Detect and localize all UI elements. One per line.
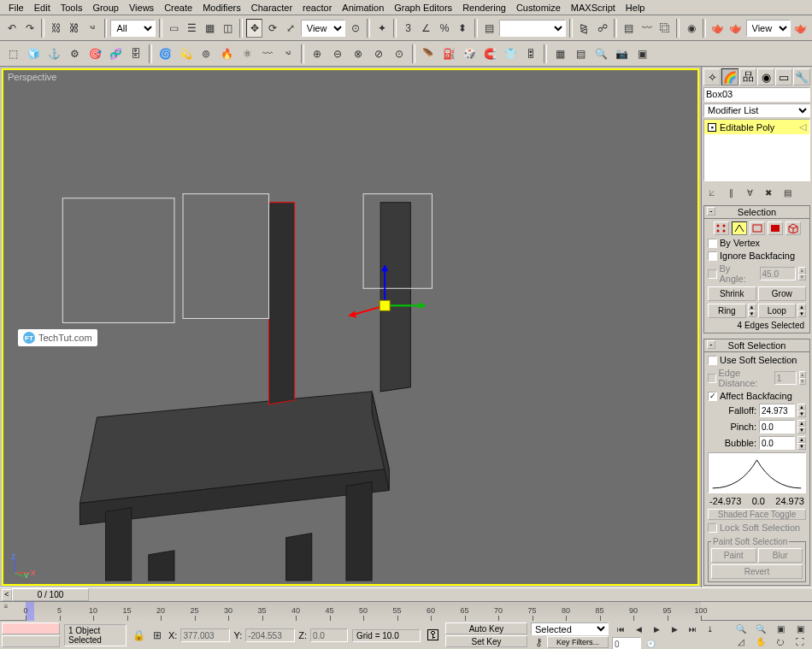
align-button[interactable]: ☍ (594, 19, 610, 38)
reactor-btn-32[interactable]: 📷 (612, 44, 631, 63)
menu-create[interactable]: Create (159, 2, 197, 14)
named-selection-button[interactable]: ▤ (481, 19, 497, 38)
quick-render-button[interactable]: 🫖 (727, 19, 744, 38)
current-frame-field[interactable] (612, 637, 641, 649)
reactor-btn-3[interactable]: ⚙ (65, 44, 84, 63)
select-region-button[interactable]: ▦ (202, 19, 218, 38)
grow-button[interactable]: Grow (758, 286, 807, 301)
menu-rendering[interactable]: Rendering (457, 2, 511, 14)
mirror-button[interactable]: ⧎ (576, 19, 592, 38)
subobj-edge[interactable] (732, 221, 747, 235)
zoom-all-button[interactable]: 🔍 (751, 622, 770, 634)
reactor-btn-25[interactable]: 🧲 (480, 44, 499, 63)
reactor-btn-0[interactable]: ⬚ (3, 44, 22, 63)
reactor-btn-23[interactable]: ⛽ (439, 44, 458, 63)
reactor-btn-1[interactable]: 🧊 (24, 44, 43, 63)
window-crossing-button[interactable]: ◫ (220, 19, 236, 38)
select-object-button[interactable]: ▭ (166, 19, 182, 38)
menu-views[interactable]: Views (124, 2, 159, 14)
reactor-btn-30[interactable]: ▤ (571, 44, 590, 63)
stack-item-editable-poly[interactable]: ▪ Editable Poly ◁ (704, 120, 809, 134)
reactor-btn-16[interactable]: ⊕ (308, 44, 327, 63)
reactor-btn-29[interactable]: ▦ (550, 44, 569, 63)
track-bar[interactable]: ≡ 05101520253035404550556065707580859095… (0, 601, 812, 620)
make-unique-button[interactable]: ∀ (741, 185, 758, 200)
spinner-snap-button[interactable]: ⬍ (455, 19, 471, 38)
prev-frame-button[interactable]: ◀ (630, 622, 647, 636)
pinch-spin[interactable]: ▲▼ (797, 420, 806, 434)
material-editor-button[interactable]: ◉ (683, 19, 699, 38)
time-slider[interactable]: < 0 / 100 (0, 587, 812, 601)
ring-button[interactable]: Ring (708, 304, 746, 318)
reactor-btn-20[interactable]: ⊙ (390, 44, 409, 63)
schematic-view-button[interactable]: ⿻ (656, 19, 673, 38)
next-frame-button[interactable]: ▶ (666, 622, 683, 636)
time-slider-knob[interactable]: 0 / 100 (12, 588, 89, 601)
expand-icon[interactable]: ▪ (708, 123, 716, 132)
select-scale-button[interactable]: ⤢ (283, 19, 299, 38)
pan-button[interactable]: ✋ (751, 635, 770, 647)
ref-coord-combo[interactable]: View (301, 20, 345, 37)
menu-character[interactable]: Character (246, 2, 297, 14)
zoom-extents-button[interactable]: ▣ (771, 622, 790, 634)
menu-graph-editors[interactable]: Graph Editors (389, 2, 457, 14)
play-button[interactable]: ▶ (648, 622, 665, 636)
chk-by-vertex[interactable] (708, 239, 717, 248)
selection-filter-combo[interactable]: All (110, 20, 155, 37)
tab-display[interactable]: ▭ (775, 68, 792, 86)
pinch-field[interactable] (759, 420, 795, 434)
tab-modify[interactable]: 🌈 (721, 68, 738, 86)
falloff-spin[interactable]: ▲▼ (797, 404, 806, 417)
reactor-btn-22[interactable]: 🪶 (419, 44, 438, 63)
reactor-btn-14[interactable]: ༄ (279, 44, 297, 63)
redo-button[interactable]: ↷ (21, 19, 38, 38)
rollout-softsel-header[interactable]: -Soft Selection (704, 339, 809, 352)
orbit-button[interactable]: ⭮ (771, 635, 790, 647)
keymode-combo[interactable]: Selected (531, 622, 609, 635)
angle-snap-button[interactable]: ∠ (418, 19, 434, 38)
tab-hierarchy[interactable]: 品 (739, 68, 756, 86)
tab-create[interactable]: ✧ (703, 68, 721, 86)
lock-selection-button[interactable]: 🔒 (131, 628, 146, 642)
chk-affect-backfacing[interactable] (708, 392, 717, 401)
reactor-btn-26[interactable]: 👕 (501, 44, 520, 63)
zoom-extents-all-button[interactable]: ▣ (791, 622, 809, 634)
named-selection-combo[interactable] (499, 20, 566, 37)
reactor-btn-31[interactable]: 🔍 (591, 44, 610, 63)
undo-button[interactable]: ↶ (3, 19, 20, 38)
reactor-btn-10[interactable]: ⊚ (197, 44, 215, 63)
menu-file[interactable]: File (3, 2, 29, 14)
manipulate-button[interactable]: ✦ (374, 19, 390, 38)
reactor-btn-9[interactable]: 💫 (176, 44, 195, 63)
subobj-border[interactable] (750, 221, 765, 235)
time-config-button[interactable]: 🕘 (642, 637, 659, 649)
rollout-selection-header[interactable]: -Selection (704, 206, 809, 219)
render-last-button[interactable]: 🫖 (792, 19, 809, 38)
tab-motion[interactable]: ◉ (757, 68, 774, 86)
y-field[interactable] (245, 628, 295, 642)
select-by-name-button[interactable]: ☰ (184, 19, 200, 38)
select-move-button[interactable]: ✥ (246, 19, 262, 38)
menu-group[interactable]: Group (87, 2, 124, 14)
snap-toggle-button[interactable]: 3 (400, 19, 416, 38)
subobj-element[interactable] (786, 221, 801, 235)
curve-editor-button[interactable]: 〰 (638, 19, 655, 38)
menu-edit[interactable]: Edit (29, 2, 56, 14)
goto-end-button[interactable]: ⏭ (684, 622, 701, 636)
x-field[interactable] (180, 628, 230, 642)
mini-listener[interactable] (2, 635, 60, 647)
ring-spin[interactable]: ▲▼ (748, 304, 756, 317)
reactor-btn-4[interactable]: 🎯 (85, 44, 104, 63)
key-mode-icon[interactable]: ⚿ (423, 621, 444, 649)
setkey-button[interactable]: Set Key (445, 635, 527, 647)
shrink-button[interactable]: Shrink (708, 286, 756, 301)
bubble-field[interactable] (759, 436, 795, 450)
reactor-btn-5[interactable]: 🧬 (106, 44, 125, 63)
percent-snap-button[interactable]: % (436, 19, 452, 38)
trackbar-toggle[interactable]: ≡ (0, 602, 12, 611)
tab-utilities[interactable]: 🔧 (793, 68, 810, 86)
falloff-field[interactable] (759, 404, 795, 417)
modifier-stack[interactable]: ▪ Editable Poly ◁ (703, 119, 810, 181)
key-filters-button[interactable]: Key Filters... (547, 636, 609, 648)
menu-help[interactable]: Help (621, 2, 650, 14)
